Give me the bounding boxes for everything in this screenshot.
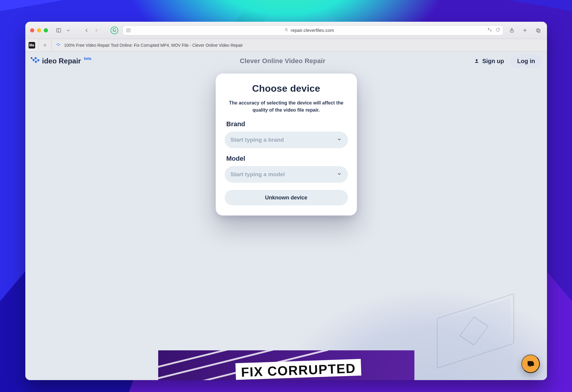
new-tab-button[interactable]	[521, 26, 529, 35]
svg-rect-11	[537, 29, 540, 32]
tab-overview-button[interactable]	[534, 26, 542, 35]
card-title: Choose device	[225, 83, 348, 94]
translate-icon[interactable]	[487, 27, 492, 34]
brand-logo[interactable]: ideo Repair beta	[31, 57, 91, 65]
chevron-down-icon[interactable]	[337, 137, 342, 143]
svg-point-14	[56, 44, 57, 45]
reload-icon[interactable]	[495, 27, 500, 33]
model-label: Model	[226, 155, 346, 163]
svg-point-18	[476, 59, 478, 61]
share-button[interactable]	[508, 26, 516, 35]
chevron-right-icon	[94, 28, 99, 33]
zoom-window-button[interactable]	[44, 28, 48, 32]
tab-favicon	[56, 43, 61, 48]
close-window-button[interactable]	[30, 28, 34, 32]
sidebar-icon	[56, 28, 61, 33]
close-icon	[43, 43, 47, 47]
grammarly-extension-button[interactable]	[111, 26, 118, 34]
login-button[interactable]: Log in	[511, 55, 542, 68]
lock-icon	[284, 28, 288, 33]
back-button[interactable]	[83, 26, 91, 35]
page-viewport: ideo Repair beta Clever Online Video Rep…	[25, 51, 547, 380]
signup-link[interactable]: Sign up	[474, 58, 504, 65]
svg-rect-0	[57, 29, 61, 32]
nav-buttons	[83, 26, 100, 35]
chat-button[interactable]: Chat	[521, 354, 540, 373]
signup-label: Sign up	[482, 58, 504, 65]
tab-title-text: 100% Free Video Repair Tool Online: Fix …	[64, 43, 243, 48]
url-host: repair.cleverfiles.com	[291, 28, 334, 33]
page-title: Clever Online Video Repair	[96, 57, 469, 65]
site-header: ideo Repair beta Clever Online Video Rep…	[25, 51, 547, 71]
brand-label: Brand	[226, 120, 346, 128]
svg-point-16	[58, 45, 59, 46]
pinned-tab[interactable]: Me	[25, 39, 38, 51]
svg-rect-6	[285, 29, 287, 31]
active-tab[interactable]: 100% Free Video Repair Tool Online: Fix …	[52, 39, 247, 51]
auth-actions: Sign up Log in	[474, 55, 542, 68]
address-bar[interactable]: repair.cleverfiles.com	[122, 25, 503, 35]
sidebar-toggle-button[interactable]	[55, 26, 63, 35]
minimize-window-button[interactable]	[37, 28, 41, 32]
brand-input[interactable]	[231, 137, 337, 143]
sidebar-button-group	[55, 26, 72, 35]
person-icon	[474, 58, 479, 64]
svg-rect-10	[537, 29, 539, 31]
brand-name: ideo Repair	[42, 57, 81, 65]
promo-banner[interactable]: FIX CORRUPTED	[158, 350, 414, 380]
chevron-left-icon	[84, 28, 89, 33]
chat-icon	[526, 359, 535, 368]
tab-strip: Me 100% Free Video Repair Tool Online: F…	[25, 39, 547, 51]
card-note: The accuracy of selecting the device wil…	[226, 99, 346, 114]
banner-headline: FIX CORRUPTED	[235, 359, 361, 380]
close-tab-button[interactable]	[38, 39, 52, 51]
brand-beta-badge: beta	[84, 57, 91, 61]
chevron-down-icon	[66, 28, 71, 33]
choose-device-card: Choose device The accuracy of selecting …	[216, 74, 357, 215]
traffic-lights	[30, 28, 48, 32]
model-input[interactable]	[231, 171, 337, 178]
brand-combobox[interactable]	[225, 132, 348, 148]
unknown-device-button[interactable]: Unknown device	[225, 190, 348, 205]
pinned-tab-favicon: Me	[29, 42, 35, 49]
safari-window: repair.cleverfiles.com	[25, 22, 547, 380]
svg-point-17	[59, 44, 60, 45]
toolbar-right	[508, 26, 542, 35]
window-toolbar: repair.cleverfiles.com	[25, 22, 547, 39]
reader-mode-icon[interactable]	[126, 28, 131, 33]
chevron-down-icon[interactable]	[337, 171, 342, 178]
forward-button[interactable]	[92, 26, 100, 35]
model-combobox[interactable]	[225, 166, 348, 183]
brand-logo-icon	[31, 57, 40, 65]
svg-point-15	[58, 43, 59, 44]
sidebar-dropdown-button[interactable]	[64, 26, 72, 35]
